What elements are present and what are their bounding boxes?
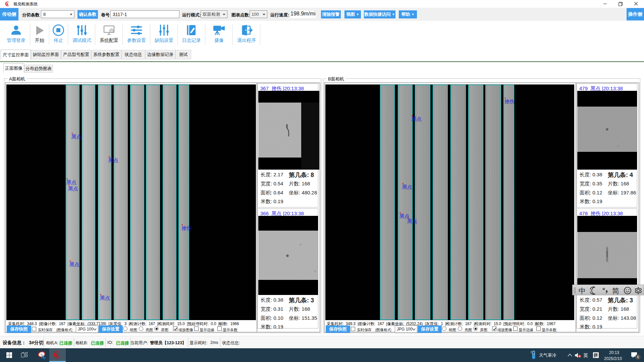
check-icon	[173, 327, 178, 331]
checkbox-显示条数-B[interactable]	[536, 326, 541, 331]
defect-card-479[interactable]: 479 黑点 |20:13:38 长度: 0.38宽度: 0.35面积: 0.1…	[576, 83, 637, 207]
task-view-button[interactable]	[19, 348, 29, 362]
clock-date[interactable]: 2025/2/10	[604, 356, 622, 361]
svg-text:黑点: 黑点	[407, 218, 417, 224]
roll-number-input[interactable]: 3117-1	[110, 10, 179, 18]
checkbox-显示条数-A[interactable]	[217, 326, 222, 331]
action-monitor-gear[interactable]: 系统配置	[94, 23, 124, 44]
radio-暗图-A[interactable]	[123, 326, 127, 331]
action-video-camera[interactable]: 摄像	[204, 23, 234, 44]
app-taskbar-button[interactable]	[49, 348, 66, 362]
tab-系统参数配置[interactable]: 系统参数配置	[91, 50, 121, 59]
ime-pinyin-indicator[interactable]: 拼	[593, 352, 599, 358]
weather-thermometer-icon[interactable]	[530, 350, 537, 360]
clock-time[interactable]: 20:13	[609, 350, 619, 355]
defect-card-366[interactable]: 366 黑点 |20:13:38 长度: 0.38宽度: 0.31面积: 0.1…	[257, 208, 318, 328]
save-snapshot-button-A[interactable]: 保存快照	[7, 325, 31, 333]
image-format-select-B[interactable]: JPG 100	[395, 325, 417, 333]
help-menu-button[interactable]: 帮助▼	[399, 10, 417, 18]
defect-image	[258, 216, 318, 295]
chevron-down-icon	[93, 328, 97, 330]
tab-产品型号配置[interactable]: 产品型号配置	[61, 50, 91, 59]
checkbox-缩放图像-A[interactable]	[173, 326, 177, 331]
defect-image	[577, 91, 637, 170]
clear-alarm-button[interactable]: 清除报警	[321, 10, 341, 18]
chinese-mode-icon[interactable]: 中	[579, 286, 586, 296]
svg-text:黑点: 黑点	[412, 116, 422, 122]
chart-points-select[interactable]: 100	[250, 10, 267, 18]
defect-stat-strip-no: 第几条: 3	[289, 296, 314, 304]
camera-group-title: A面相机	[8, 76, 26, 82]
weather-text[interactable]: 天气寒冷	[539, 352, 556, 358]
confirm-count-button[interactable]: 确认条数	[77, 10, 98, 19]
emoticon-icon[interactable]	[624, 287, 632, 295]
io-status: 已连接	[116, 340, 129, 346]
radio-原图-B[interactable]	[473, 326, 478, 331]
radio-label: 原图	[480, 327, 487, 333]
maximize-button[interactable]	[613, 0, 628, 8]
subtab-正面图像[interactable]: 正面图像	[3, 63, 24, 73]
run-speed-value: 198.9m/mi	[290, 11, 316, 18]
action-tune-vertical[interactable]: 调试模式	[67, 23, 97, 44]
tab-尺寸监控界面[interactable]: 尺寸监控界面	[1, 50, 31, 60]
punctuation-icon[interactable]	[601, 287, 609, 295]
checkbox-缩放图像-B[interactable]	[492, 326, 496, 331]
checkbox-显示边缘-A[interactable]	[194, 326, 199, 331]
drag-handle-icon[interactable]	[574, 287, 576, 293]
realtime-save-checkbox-B[interactable]	[351, 327, 355, 331]
radio-原图-A[interactable]	[154, 326, 159, 331]
settings-gear-icon[interactable]	[634, 287, 642, 295]
action-label: 参数设置	[121, 38, 152, 44]
tab-测试[interactable]: 测试	[175, 50, 191, 59]
status-bar: 设备信息： 3#分切 相机A: 已连接 相机B: 已连接 IO: 已连接 当前用…	[0, 336, 644, 348]
menu-arrow-icon: ▼	[392, 13, 395, 16]
view-menu-button[interactable]: 视图▼	[344, 10, 361, 18]
radio-暗图-B[interactable]	[442, 326, 446, 331]
defect-card-478[interactable]: 478 挫伤 |20:13:38 长度: 0.57宽度: 0.21面积: 0.1…	[576, 208, 637, 328]
start-button[interactable]	[4, 348, 14, 362]
run-mode-select[interactable]: 双面检测	[201, 10, 227, 18]
drive-side-button[interactable]: 传动侧	[0, 8, 18, 20]
toolbar-divider	[68, 24, 68, 45]
tray-chevron-up-icon[interactable]	[568, 354, 572, 357]
ime-language-indicator[interactable]: 英	[583, 353, 588, 359]
svg-text:挫伤: 挫伤	[504, 99, 515, 104]
defect-stat-面积: 面积: 0.12	[580, 315, 602, 321]
simplified-icon[interactable]: 简	[612, 286, 619, 296]
radio-亮图-B[interactable]	[458, 326, 462, 331]
volume-muted-icon[interactable]	[575, 353, 581, 358]
realtime-save-checkbox-A[interactable]	[32, 327, 36, 331]
tab-状态信息[interactable]: 状态信息	[121, 50, 145, 59]
snipping-tool-button[interactable]	[36, 348, 48, 362]
notification-center-button[interactable]: 6	[628, 348, 641, 362]
save-settings-button-A[interactable]: 保存设置	[99, 325, 123, 333]
chart-points-value: 100	[252, 12, 259, 17]
subtab-分布趋势图表[interactable]: 分布趋势图表	[24, 65, 53, 73]
notification-badge: 6	[635, 354, 641, 360]
halfwidth-moon-icon[interactable]	[590, 287, 598, 295]
action-exit-door[interactable]: 退出程序	[231, 23, 262, 44]
image-format-select-A[interactable]: JPG 100	[76, 325, 98, 333]
tab-缺陷监控界面[interactable]: 缺陷监控界面	[31, 50, 61, 59]
menu-arrow-icon: ▼	[412, 13, 415, 16]
tab-边缘数据记录[interactable]: 边缘数据记录	[145, 50, 175, 59]
ime-language-bar[interactable]: 中 简	[572, 285, 644, 295]
action-journal[interactable]: 日志记录	[176, 23, 207, 44]
minimize-button[interactable]	[598, 0, 613, 8]
defect-card-367[interactable]: 367 挫伤 |20:13:38 长度: 2.17宽度: 0.54面积: 0.6…	[257, 83, 318, 207]
camera-image-A[interactable]: 黑点黑点黑点黑点黑点黑点挫伤	[6, 84, 256, 320]
operate-side-button[interactable]: 操作侧	[627, 8, 644, 20]
checkbox-显示边缘-B[interactable]	[513, 326, 518, 331]
save-settings-button-B[interactable]: 保存设置	[418, 325, 442, 333]
defect-stat-米数: 米数: 0.19	[580, 198, 602, 205]
dropdown-arrow-icon	[70, 14, 72, 15]
action-sliders-horizontal[interactable]: 参数设置	[121, 23, 152, 44]
action-sliders-vertical[interactable]: 缺陷设置	[149, 23, 179, 44]
close-button[interactable]	[628, 0, 644, 8]
slit-count-select[interactable]: 8	[41, 10, 74, 18]
data-access-menu-button[interactable]: 数据快捷访问▼	[364, 10, 395, 18]
radio-亮图-A[interactable]	[139, 326, 143, 331]
save-snapshot-button-B[interactable]: 保存快照	[326, 325, 350, 333]
camera-image-B[interactable]: 挫伤黑点黑点黑点黑点	[325, 84, 574, 320]
defect-stat-坐标: 坐标: 480.28	[289, 190, 317, 196]
